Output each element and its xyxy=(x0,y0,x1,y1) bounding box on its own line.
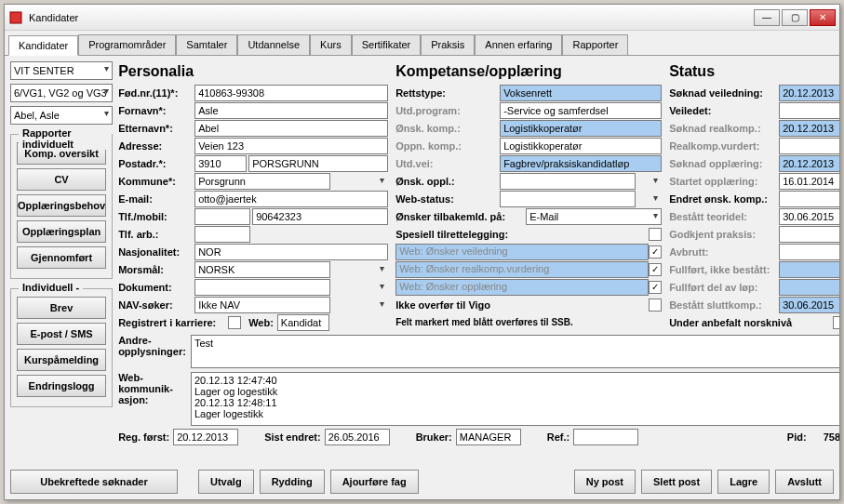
ikke-overfor-label: Ikke overfør til Vigo xyxy=(395,299,649,311)
postnr-field[interactable] xyxy=(194,155,247,172)
nypost-button[interactable]: Ny post xyxy=(574,470,636,494)
spesiell-checkbox[interactable] xyxy=(649,228,662,241)
email-field[interactable] xyxy=(194,191,388,207)
status-field-3[interactable] xyxy=(779,138,839,154)
slettpost-button[interactable]: Slett post xyxy=(641,470,712,494)
senter-select[interactable] xyxy=(10,61,113,80)
oppl-ringsbehov-button[interactable]: Opplæringsbehov xyxy=(17,194,106,217)
web-veil-checkbox[interactable] xyxy=(649,245,662,259)
webkomm-textarea[interactable] xyxy=(191,372,839,426)
pid-label: Pid: xyxy=(787,431,807,443)
status-field-10[interactable] xyxy=(779,261,839,278)
bruker-val: MANAGER xyxy=(456,429,521,445)
utdvei-field[interactable] xyxy=(500,155,662,172)
kursp-melding-button[interactable]: Kurspåmelding xyxy=(17,349,106,371)
tlfmobil-label: Tlf./mobil: xyxy=(118,211,194,222)
status-section: Status Søknad veiledning:Veiledet:Søknad… xyxy=(669,61,839,331)
status-field-0[interactable] xyxy=(779,85,839,101)
adresse-field[interactable] xyxy=(194,138,388,154)
status-field-9[interactable] xyxy=(779,244,839,260)
endringslogg-button[interactable]: Endringslogg xyxy=(17,375,106,397)
status-field-5[interactable] xyxy=(779,173,839,190)
status-field-8[interactable] xyxy=(779,226,839,243)
tab-praksis[interactable]: Praksis xyxy=(421,34,475,55)
tab-sertifikater[interactable]: Sertifikater xyxy=(352,34,422,55)
status-field-2[interactable] xyxy=(779,120,839,137)
status-field-4[interactable] xyxy=(779,155,839,172)
content-area: Rapporter individuelt Komp. oversiktCVOp… xyxy=(5,56,839,464)
brev-button[interactable]: Brev xyxy=(17,297,106,319)
ubekreftede-button[interactable]: Ubekreftede søknader xyxy=(10,470,178,494)
tab-samtaler[interactable]: Samtaler xyxy=(176,34,237,55)
ajourfore-button[interactable]: Ajourføre fag xyxy=(330,470,419,494)
maximize-button[interactable]: ▢ xyxy=(782,9,808,26)
oppl-ringsplan-button[interactable]: Opplæringsplan xyxy=(17,220,106,243)
lagre-button[interactable]: Lagre xyxy=(717,470,770,494)
rapporter-group-title: Rapporter individuelt xyxy=(19,127,112,150)
web-field[interactable] xyxy=(277,314,329,331)
web-real-checkbox[interactable] xyxy=(649,263,662,276)
web-label: Web: xyxy=(248,317,274,328)
tab-utdannelse[interactable]: Utdannelse xyxy=(237,34,310,55)
status-field-1[interactable] xyxy=(779,102,839,119)
nasjon-field[interactable] xyxy=(194,244,388,260)
level-select[interactable] xyxy=(10,84,113,102)
oppnkomp-field[interactable] xyxy=(500,138,662,154)
status-field-12[interactable] xyxy=(779,297,839,313)
utdprog-field[interactable] xyxy=(500,102,662,119)
onskertilbak-select[interactable] xyxy=(526,208,662,225)
tab-kurs[interactable]: Kurs xyxy=(310,34,352,55)
dokument-select[interactable] xyxy=(194,279,330,296)
kommune-select[interactable] xyxy=(194,173,330,190)
onskertilbak-label: Ønsker tilbakemld. på: xyxy=(395,211,526,222)
regkarriere-checkbox[interactable] xyxy=(228,316,241,329)
tab-kandidater[interactable]: Kandidater xyxy=(8,35,78,56)
tab-annen-erfaring[interactable]: Annen erfaring xyxy=(475,34,562,55)
tlfarb-field[interactable] xyxy=(194,226,250,243)
tab-rapporter[interactable]: Rapporter xyxy=(562,34,628,55)
close-button[interactable]: ✕ xyxy=(810,9,836,26)
gjennomf-rt-button[interactable]: Gjennomført xyxy=(17,246,106,269)
bottom-bar: Ubekreftede søknader Utvalg Rydding Ajou… xyxy=(5,464,839,499)
onskoppl-select[interactable] xyxy=(500,173,636,190)
status-field-11[interactable] xyxy=(779,279,839,296)
nav-select[interactable] xyxy=(194,297,330,313)
fornavn-field[interactable] xyxy=(194,102,388,119)
ikke-overfor-checkbox[interactable] xyxy=(649,298,662,312)
onskkomp-field[interactable] xyxy=(500,120,662,137)
morsmal-select[interactable] xyxy=(194,261,330,278)
andre-textarea[interactable] xyxy=(191,335,839,368)
rydding-button[interactable]: Rydding xyxy=(260,470,325,494)
etternavn-field[interactable] xyxy=(194,120,388,137)
status-field-7[interactable] xyxy=(779,208,839,225)
status-label-5: Startet opplæring: xyxy=(669,176,779,187)
regkarriere-label: Registrert i karriere: xyxy=(118,317,228,328)
utvalg-button[interactable]: Utvalg xyxy=(198,470,254,494)
fodnr-field[interactable] xyxy=(194,85,388,101)
ref-field[interactable] xyxy=(573,429,638,445)
sistendret-val: 26.05.2016 xyxy=(325,429,390,445)
e-post-sms-button[interactable]: E-post / SMS xyxy=(17,323,106,345)
status-label-10: Fullført, ikke bestått: xyxy=(669,264,779,275)
nasjon-label: Nasjonalitet: xyxy=(118,246,194,258)
etternavn-label: Etternavn*: xyxy=(118,123,194,134)
candidate-select[interactable] xyxy=(10,106,113,125)
tlf-field[interactable] xyxy=(194,208,250,225)
webkomm-label: Web- kommunik- asjon: xyxy=(118,372,187,426)
tab-programområder[interactable]: Programområder xyxy=(78,34,176,55)
poststed-field[interactable] xyxy=(248,155,388,172)
under-norsk-checkbox[interactable] xyxy=(833,316,839,329)
minimize-button[interactable]: — xyxy=(754,9,780,26)
ref-label: Ref.: xyxy=(547,431,569,443)
onskkomp-label: Ønsk. komp.: xyxy=(395,123,500,134)
webstatus-select[interactable] xyxy=(500,191,636,207)
mobil-field[interactable] xyxy=(252,208,388,225)
bruker-label: Bruker: xyxy=(416,431,452,443)
nav-label: NAV-søker: xyxy=(118,299,194,311)
status-field-6[interactable] xyxy=(779,191,839,207)
cv-button[interactable]: CV xyxy=(17,168,106,191)
tlfarb-label: Tlf. arb.: xyxy=(118,229,194,240)
avslutt-button[interactable]: Avslutt xyxy=(775,470,834,494)
web-oppl-checkbox[interactable] xyxy=(649,281,662,294)
rettstype-field[interactable] xyxy=(500,85,662,101)
